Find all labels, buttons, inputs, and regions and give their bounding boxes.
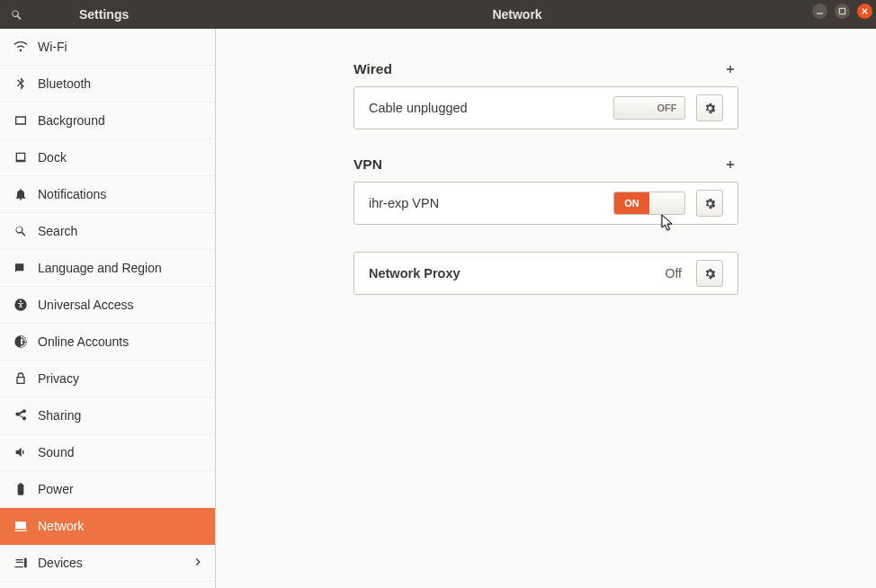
gear-icon [703, 197, 717, 210]
online-accounts-icon [13, 334, 29, 350]
sidebar-item-privacy[interactable]: Privacy [0, 361, 215, 397]
close-icon [861, 7, 869, 15]
plus-icon [724, 158, 737, 171]
sidebar-item-universal-access[interactable]: Universal Access [0, 287, 215, 324]
sidebar-item-background[interactable]: Background [0, 102, 215, 139]
app-title: Settings [32, 7, 129, 22]
minimize-icon [816, 7, 824, 15]
vpn-connection-row: ihr-exp VPN ON [354, 183, 737, 224]
minimize-button[interactable] [812, 4, 827, 19]
privacy-icon [13, 370, 29, 387]
toggle-off-label: OFF [649, 97, 684, 119]
gear-icon [703, 102, 717, 115]
sidebar: Wi-Fi Bluetooth Background Dock Notifica [0, 29, 216, 588]
vpn-connection-name: ihr-exp VPN [369, 196, 603, 210]
speaker-icon [13, 444, 29, 460]
sidebar-item-label: Wi-Fi [38, 40, 204, 54]
sidebar-item-label: Dock [38, 150, 204, 165]
sidebar-item-devices[interactable]: Devices [0, 545, 215, 582]
sidebar-item-language[interactable]: Language and Region [0, 250, 215, 287]
wired-toggle[interactable]: OFF [613, 96, 685, 120]
maximize-button[interactable] [835, 4, 850, 19]
sidebar-item-label: Notifications [38, 187, 204, 201]
sidebar-item-notifications[interactable]: Notifications [0, 176, 215, 213]
section-proxy: Network Proxy Off [353, 252, 738, 295]
accessibility-icon [13, 297, 29, 313]
gear-icon [703, 267, 717, 281]
wired-settings-button[interactable] [696, 94, 723, 121]
bluetooth-icon [13, 76, 29, 92]
sidebar-item-label: Power [38, 482, 204, 496]
sidebar-item-label: Privacy [38, 371, 204, 386]
sidebar-item-search[interactable]: Search [0, 213, 215, 250]
power-icon [13, 481, 29, 497]
background-icon [13, 112, 29, 129]
dock-icon [13, 149, 29, 165]
add-vpn-button[interactable] [722, 156, 738, 173]
sidebar-item-label: Devices [38, 556, 192, 570]
wired-connection-row: Cable unplugged OFF [354, 87, 737, 129]
section-title-wired: Wired [353, 61, 392, 77]
sidebar-item-sound[interactable]: Sound [0, 434, 215, 471]
sidebar-item-label: Online Accounts [38, 334, 204, 349]
sidebar-item-label: Network [38, 519, 204, 533]
sidebar-item-label: Language and Region [38, 261, 204, 275]
proxy-title: Network Proxy [369, 266, 655, 281]
svg-rect-0 [817, 13, 823, 13]
sidebar-item-wifi[interactable]: Wi-Fi [0, 29, 215, 66]
wifi-icon [13, 39, 29, 55]
close-button[interactable] [857, 4, 872, 19]
wired-status: Cable unplugged [369, 101, 603, 115]
section-wired: Wired Cable unplugged OFF [353, 61, 738, 129]
proxy-row: Network Proxy Off [354, 253, 737, 294]
add-wired-button[interactable] [722, 61, 738, 77]
section-vpn: VPN ihr-exp VPN ON [353, 156, 738, 225]
search-icon [10, 8, 23, 22]
sidebar-item-online-accounts[interactable]: Online Accounts [0, 324, 215, 361]
proxy-settings-button[interactable] [696, 260, 723, 287]
sidebar-item-dock[interactable]: Dock [0, 139, 215, 176]
main-panel: Wired Cable unplugged OFF [216, 29, 876, 588]
section-title-vpn: VPN [353, 156, 382, 173]
sidebar-item-sharing[interactable]: Sharing [0, 397, 215, 434]
sidebar-item-bluetooth[interactable]: Bluetooth [0, 66, 215, 102]
plus-icon [724, 63, 737, 76]
sidebar-item-label: Bluetooth [38, 76, 204, 91]
svg-rect-1 [839, 8, 845, 13]
search-icon [13, 223, 29, 239]
titlebar: Settings Network [0, 0, 876, 29]
share-icon [13, 407, 29, 423]
toggle-on-label: ON [614, 192, 649, 214]
sidebar-item-label: Search [38, 224, 204, 238]
sidebar-item-label: Sharing [38, 408, 204, 423]
vpn-toggle[interactable]: ON [613, 192, 685, 215]
bell-icon [13, 186, 29, 202]
window-title: Network [216, 0, 818, 29]
chevron-right-icon [192, 556, 204, 571]
maximize-icon [838, 7, 846, 15]
proxy-status: Off [666, 266, 682, 281]
devices-icon [13, 555, 29, 571]
sidebar-item-network[interactable]: Network [0, 508, 215, 545]
language-icon [13, 260, 29, 276]
sidebar-item-power[interactable]: Power [0, 471, 215, 508]
network-icon [13, 518, 29, 534]
vpn-settings-button[interactable] [696, 190, 723, 217]
header-search-button[interactable] [0, 0, 32, 29]
sidebar-item-label: Sound [38, 445, 204, 459]
sidebar-item-label: Background [38, 113, 204, 128]
sidebar-item-label: Universal Access [38, 298, 204, 312]
